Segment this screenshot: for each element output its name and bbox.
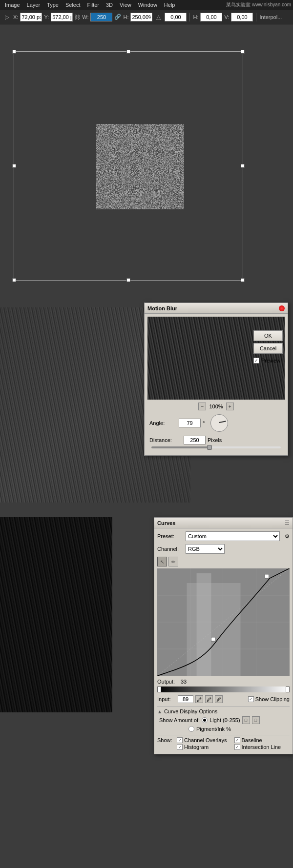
preview-label: Preview — [261, 358, 280, 363]
menu-filter[interactable]: Filter — [84, 1, 102, 9]
show-clipping-checkbox[interactable]: ✓ — [248, 696, 254, 702]
dialog-close-button[interactable] — [279, 305, 285, 311]
channel-overlays-label: Channel Overlays — [184, 737, 227, 743]
dark-blur-stripes — [0, 517, 112, 712]
small-btn-1[interactable]: □ — [242, 716, 250, 724]
curves-menu-icon[interactable]: ☰ — [285, 520, 290, 526]
motion-blur-dialog: Motion Blur − 100% + Angle: ° — [144, 303, 288, 456]
w-input[interactable] — [90, 13, 112, 21]
separator-1 — [189, 13, 190, 21]
app-info: 菜鸟实验室 www.nisbyan.com — [226, 1, 291, 8]
intersection-checkbox[interactable]: ✓ — [234, 744, 240, 750]
ok-button[interactable]: OK — [253, 330, 283, 341]
display-toggle[interactable]: ▲ Curve Display Options — [157, 708, 290, 714]
show-label: Show: — [157, 737, 175, 743]
chain-icon: ⛓ — [75, 14, 80, 20]
distance-input[interactable] — [184, 436, 206, 444]
curves-dialog: Curves ☰ Preset: Custom ⚙ Channel: RGB — [154, 517, 293, 754]
output-slider[interactable] — [157, 686, 290, 692]
menu-view[interactable]: View — [117, 1, 134, 9]
baseline-label: Baseline — [242, 737, 262, 743]
menu-window[interactable]: Window — [135, 1, 160, 9]
input-row: Input: 🖉 🖉 🖉 ✓ Show Clipping — [157, 695, 290, 703]
gray-point-eyedropper[interactable]: 🖉 — [205, 695, 213, 703]
pixels-label: Pixels — [208, 437, 222, 443]
preview-checkbox[interactable]: ✓ — [253, 358, 259, 363]
pigment-radio[interactable] — [188, 726, 194, 732]
preview-controls: − 100% + — [147, 403, 285, 410]
output-row: Output: 33 — [157, 679, 290, 685]
zoom-out-button[interactable]: − — [198, 403, 206, 410]
handle-tm[interactable] — [126, 50, 130, 54]
baseline-item: ✓ Baseline — [234, 737, 290, 743]
small-btn-2[interactable]: □ — [252, 716, 260, 724]
preset-select[interactable]: Custom — [186, 531, 280, 541]
dark-layer — [0, 517, 112, 712]
intersection-item: ✓ Intersection Line — [234, 744, 290, 750]
angle-dial[interactable] — [210, 414, 228, 432]
handle-br[interactable] — [241, 278, 245, 282]
transform-box[interactable]: + — [14, 51, 243, 281]
input-field[interactable] — [178, 695, 193, 703]
toolbar: ▷ X: Y: ⛓ W: 🔗 H: △ H: V: Interpol... — [0, 10, 293, 24]
baseline-checkbox[interactable]: ✓ — [234, 737, 240, 743]
w-label: W: — [82, 14, 88, 20]
handle-tl[interactable] — [12, 50, 16, 54]
curve-display-section: ▲ Curve Display Options Show Amount of: … — [157, 706, 290, 732]
channel-overlays-checkbox[interactable]: ✓ — [177, 737, 183, 743]
black-point-eyedropper[interactable]: 🖉 — [195, 695, 203, 703]
y-input[interactable] — [51, 13, 73, 21]
menu-image[interactable]: Image — [2, 1, 23, 9]
dialog-buttons: OK Cancel ✓ Preview — [253, 330, 283, 363]
menu-help[interactable]: Help — [161, 1, 178, 9]
curves-section: Curves ☰ Preset: Custom ⚙ Channel: RGB — [0, 517, 293, 868]
histogram-label: Histogram — [184, 744, 209, 750]
curves-graph[interactable] — [157, 568, 290, 676]
handle-mr[interactable] — [241, 164, 245, 168]
cancel-button[interactable]: Cancel — [253, 343, 283, 354]
curves-pointer-tool[interactable]: ↖ — [157, 557, 167, 566]
slider-thumb[interactable] — [207, 445, 212, 450]
crosshair-icon: + — [138, 163, 142, 171]
handle-ml[interactable] — [12, 164, 16, 168]
channel-row: Channel: RGB — [157, 544, 290, 554]
angle-row: Angle: ° — [147, 414, 285, 432]
output-label: Output: — [157, 679, 179, 685]
handle-bm[interactable] — [126, 278, 130, 282]
distance-slider[interactable] — [151, 446, 281, 448]
curves-body: Preset: Custom ⚙ Channel: RGB ↖ ✏ — [154, 528, 293, 754]
h-label: H: — [123, 14, 128, 20]
show-row-1: Show: ✓ Channel Overlays ✓ Baseline — [157, 737, 290, 743]
menu-layer[interactable]: Layer — [24, 1, 43, 9]
handle-tr[interactable] — [241, 50, 245, 54]
menu-3d[interactable]: 3D — [103, 1, 116, 9]
show-amount-label: Show Amount of: — [159, 717, 200, 723]
output-slider-left[interactable] — [157, 686, 161, 692]
h-skew-input[interactable] — [200, 13, 222, 21]
curves-show-section: Show: ✓ Channel Overlays ✓ Baseline ✓ Hi… — [157, 735, 290, 750]
white-point-eyedropper[interactable]: 🖉 — [215, 695, 223, 703]
preset-options-icon[interactable]: ⚙ — [285, 533, 290, 540]
preview-checkbox-row: ✓ Preview — [253, 358, 283, 363]
light-radio[interactable] — [202, 717, 208, 723]
v-skew-input[interactable] — [231, 13, 253, 21]
svg-rect-10 — [211, 637, 215, 641]
angle-input[interactable] — [179, 419, 201, 427]
menu-select[interactable]: Select — [63, 1, 84, 9]
curves-tools: ↖ ✏ — [157, 557, 290, 566]
preset-label: Preset: — [157, 533, 183, 539]
h-input[interactable] — [130, 13, 152, 21]
menu-type[interactable]: Type — [44, 1, 62, 9]
svg-rect-8 — [187, 583, 241, 676]
triangle-icon: △ — [154, 13, 163, 21]
handle-bl[interactable] — [12, 278, 16, 282]
x-input[interactable] — [20, 13, 42, 21]
output-slider-right[interactable] — [286, 686, 290, 692]
channel-select[interactable]: RGB — [186, 544, 225, 554]
histogram-checkbox[interactable]: ✓ — [177, 744, 183, 750]
rotation-input[interactable] — [165, 13, 187, 21]
zoom-in-button[interactable]: + — [226, 403, 234, 410]
y-label: Y: — [44, 14, 49, 20]
curves-pencil-tool[interactable]: ✏ — [168, 557, 178, 566]
distance-row: Distance: Pixels — [147, 436, 285, 444]
